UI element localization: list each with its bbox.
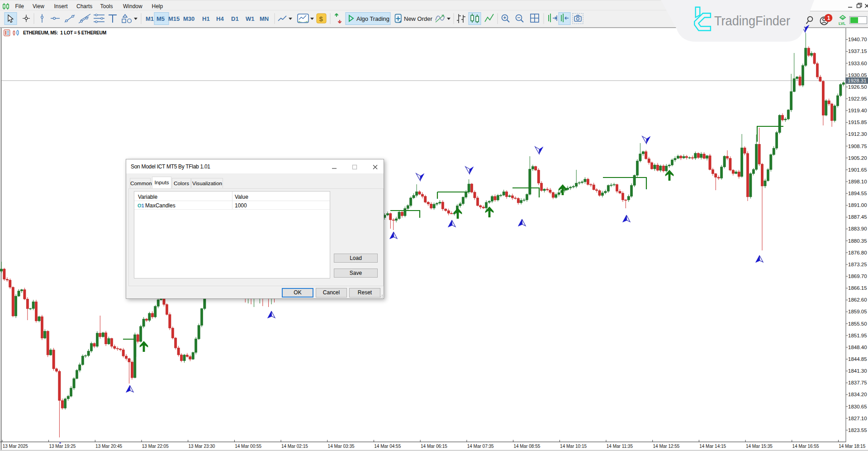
svg-text:14 Mar 00:55: 14 Mar 00:55 <box>235 444 261 449</box>
svg-text:13 Mar 23:30: 13 Mar 23:30 <box>189 444 215 449</box>
svg-text:1844.85: 1844.85 <box>848 356 867 362</box>
svg-text:14 Mar 14:15: 14 Mar 14:15 <box>699 444 726 449</box>
svg-text:1894.55: 1894.55 <box>848 191 867 196</box>
svg-text:1883.90: 1883.90 <box>848 226 867 231</box>
svg-text:1830.65: 1830.65 <box>848 404 867 409</box>
svg-text:13 Mar 19:25: 13 Mar 19:25 <box>49 444 76 449</box>
svg-text:1937.15: 1937.15 <box>848 48 867 54</box>
svg-text:1922.95: 1922.95 <box>848 96 867 101</box>
svg-text:1901.65: 1901.65 <box>848 167 867 173</box>
svg-text:14 Mar 16:55: 14 Mar 16:55 <box>792 444 819 449</box>
svg-text:1873.25: 1873.25 <box>848 262 867 267</box>
svg-text:1876.80: 1876.80 <box>848 250 867 255</box>
svg-text:14 Mar 02:15: 14 Mar 02:15 <box>281 444 308 449</box>
svg-text:1834.20: 1834.20 <box>848 392 867 397</box>
svg-text:1919.40: 1919.40 <box>848 108 867 113</box>
svg-text:1859.05: 1859.05 <box>848 309 867 314</box>
svg-text:TradingFinder: TradingFinder <box>714 13 790 28</box>
svg-text:14 Mar 03:35: 14 Mar 03:35 <box>328 444 355 449</box>
svg-text:14 Mar 18:15: 14 Mar 18:15 <box>839 444 865 449</box>
svg-text:1848.40: 1848.40 <box>848 345 867 350</box>
svg-text:14 Mar 04:55: 14 Mar 04:55 <box>374 444 401 449</box>
svg-text:1827.10: 1827.10 <box>848 416 867 421</box>
svg-text:1891.00: 1891.00 <box>848 202 867 208</box>
svg-text:13 Mar 22:05: 13 Mar 22:05 <box>142 444 169 449</box>
svg-text:1869.70: 1869.70 <box>848 273 867 279</box>
svg-text:1928.31: 1928.31 <box>848 78 867 83</box>
svg-text:1851.95: 1851.95 <box>848 333 867 338</box>
svg-text:1: 1 <box>827 15 830 21</box>
svg-text:13 Mar 20:45: 13 Mar 20:45 <box>95 444 122 449</box>
svg-text:1880.35: 1880.35 <box>848 238 867 244</box>
svg-text:1837.75: 1837.75 <box>848 380 867 385</box>
svg-text:1940.70: 1940.70 <box>848 37 867 42</box>
svg-text:1898.10: 1898.10 <box>848 179 867 184</box>
svg-text:14 Mar 12:55: 14 Mar 12:55 <box>653 444 680 449</box>
svg-text:14 Mar 07:35: 14 Mar 07:35 <box>467 444 494 449</box>
svg-text:1912.30: 1912.30 <box>848 131 867 137</box>
svg-text:1823.55: 1823.55 <box>848 427 867 433</box>
svg-text:1841.30: 1841.30 <box>848 368 867 374</box>
svg-text:1933.60: 1933.60 <box>848 61 867 66</box>
svg-text:1866.15: 1866.15 <box>848 285 867 291</box>
svg-text:1862.60: 1862.60 <box>848 297 867 302</box>
svg-text:1930.05: 1930.05 <box>848 72 867 78</box>
svg-text:1905.20: 1905.20 <box>848 155 867 161</box>
svg-text:1887.45: 1887.45 <box>848 214 867 220</box>
svg-text:14 Mar 11:35: 14 Mar 11:35 <box>607 444 633 449</box>
svg-text:1915.85: 1915.85 <box>848 120 867 125</box>
svg-text:14 Mar 15:35: 14 Mar 15:35 <box>746 444 773 449</box>
svg-text:14 Mar 08:55: 14 Mar 08:55 <box>513 444 540 449</box>
svg-text:14 Mar 06:15: 14 Mar 06:15 <box>421 444 447 449</box>
svg-text:1908.75: 1908.75 <box>848 144 867 149</box>
svg-text:1855.50: 1855.50 <box>848 321 867 326</box>
svg-text:1926.50: 1926.50 <box>848 84 867 90</box>
svg-text:LVL: LVL <box>839 21 845 26</box>
svg-text:14 Mar 10:15: 14 Mar 10:15 <box>560 444 587 449</box>
svg-text:13 Mar 2025: 13 Mar 2025 <box>3 444 28 449</box>
